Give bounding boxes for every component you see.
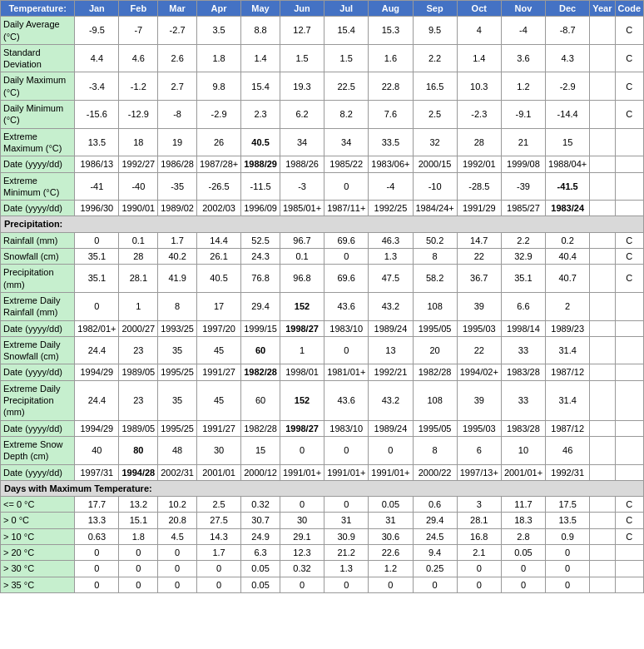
data-cell: 108	[413, 292, 457, 320]
data-cell: 15.3	[369, 17, 413, 45]
data-cell: 1990/01	[119, 201, 158, 216]
data-cell: C	[615, 513, 644, 528]
data-cell: 0	[501, 561, 545, 577]
table-row: Rainfall (mm)00.11.714.452.596.769.646.3…	[1, 232, 644, 248]
data-cell: 76.8	[241, 265, 280, 293]
data-cell: 3.6	[501, 44, 545, 72]
data-cell	[590, 420, 615, 436]
data-cell: C	[615, 497, 644, 513]
data-cell: 1998/14	[501, 320, 545, 336]
data-cell: 1997/13+	[457, 464, 501, 480]
data-cell: 0.05	[501, 544, 545, 560]
data-cell: 48	[158, 436, 197, 464]
data-cell: 1994/29	[75, 364, 119, 380]
data-cell: 1982/28	[241, 364, 280, 380]
data-cell: 17.5	[546, 497, 590, 513]
data-cell: 35.1	[75, 265, 119, 293]
data-cell: 50.2	[413, 232, 457, 248]
data-cell: -28.5	[457, 172, 501, 201]
data-cell	[615, 577, 644, 592]
data-cell: C	[615, 265, 644, 293]
data-cell: 1999/08	[501, 156, 545, 172]
data-cell: 23	[119, 336, 158, 364]
data-cell: 1995/03	[457, 320, 501, 336]
data-cell: 8	[158, 292, 197, 320]
data-cell: -4	[501, 17, 545, 45]
data-cell: 1991/01+	[369, 464, 413, 480]
data-cell: 4.3	[546, 44, 590, 72]
data-cell: -14.4	[546, 101, 590, 129]
data-cell: 26	[196, 128, 240, 156]
table-row: Precipitation (mm)35.128.141.940.576.896…	[1, 265, 644, 293]
data-cell: 27.5	[196, 513, 240, 528]
data-cell: 1995/05	[413, 320, 457, 336]
data-cell: 24.3	[241, 249, 280, 265]
data-cell: 0	[75, 544, 119, 560]
data-cell: 46	[546, 436, 590, 464]
data-cell: 45	[196, 336, 240, 364]
table-row: <= 0 °C17.713.210.22.50.32000.050.6311.7…	[1, 497, 644, 513]
data-cell	[590, 72, 615, 101]
data-cell	[590, 577, 615, 592]
data-cell: 29.4	[241, 292, 280, 320]
data-cell: 1.3	[369, 249, 413, 265]
data-cell: 108	[413, 380, 457, 420]
col-header-jan: Jan	[75, 1, 119, 17]
data-cell	[615, 201, 644, 216]
data-cell: 1992/25	[369, 201, 413, 216]
data-cell: 69.6	[324, 232, 369, 248]
data-cell: 41.9	[158, 265, 197, 293]
data-cell: 31	[369, 513, 413, 528]
data-cell: 0	[280, 577, 324, 592]
data-cell: 0	[324, 436, 369, 464]
data-cell: -26.5	[196, 172, 240, 201]
data-cell	[590, 513, 615, 528]
table-row: > 30 °C00000.050.321.31.20.25000	[1, 561, 644, 577]
row-label: > 10 °C	[1, 528, 75, 544]
data-cell: 2.2	[413, 44, 457, 72]
data-cell: 0	[119, 544, 158, 560]
data-cell: 39	[457, 380, 501, 420]
data-cell: 22.5	[324, 72, 369, 101]
table-row: Extreme Daily Rainfall (mm)0181729.41524…	[1, 292, 644, 320]
section-header: Precipitation:	[1, 216, 644, 232]
table-row: Date (yyyy/dd)1994/291989/051995/251991/…	[1, 420, 644, 436]
data-cell: 1992/31	[546, 464, 590, 480]
data-cell: 1995/03	[457, 420, 501, 436]
data-cell: 2.5	[196, 497, 240, 513]
row-label: > 20 °C	[1, 544, 75, 560]
data-cell: 2000/15	[413, 156, 457, 172]
table-row: Date (yyyy/dd)1997/311994/282002/312001/…	[1, 464, 644, 480]
data-cell: 1995/25	[158, 364, 197, 380]
data-cell: 0	[324, 249, 369, 265]
data-cell: -4	[369, 172, 413, 201]
data-cell: -2.3	[457, 101, 501, 129]
data-cell: 40.4	[546, 249, 590, 265]
data-cell: 1992/01	[457, 156, 501, 172]
data-cell: 1991/01+	[324, 464, 369, 480]
data-cell: 32	[413, 128, 457, 156]
data-cell: 0	[158, 561, 197, 577]
data-cell: 10	[501, 436, 545, 464]
table-row: Precipitation:	[1, 216, 644, 232]
data-cell: 29.4	[413, 513, 457, 528]
row-label: Extreme Snow Depth (cm)	[1, 436, 75, 464]
data-cell: 0	[158, 544, 197, 560]
data-cell: 22	[457, 249, 501, 265]
data-cell: 30	[280, 513, 324, 528]
data-cell: 1989/23	[546, 320, 590, 336]
data-cell: 1991/01+	[280, 464, 324, 480]
data-cell: 0.6	[413, 497, 457, 513]
data-cell: 35	[158, 336, 197, 364]
data-cell: 35.1	[501, 265, 545, 293]
data-cell: 1995/25	[158, 420, 197, 436]
data-cell: 60	[241, 380, 280, 420]
data-cell: 1992/21	[369, 364, 413, 380]
table-row: Extreme Minimum (°C)-41-40-35-26.5-11.5-…	[1, 172, 644, 201]
data-cell: 2002/31	[158, 464, 197, 480]
data-cell	[590, 44, 615, 72]
data-cell: 13	[369, 336, 413, 364]
data-cell: 1991/27	[196, 420, 240, 436]
data-cell: 2.1	[457, 544, 501, 560]
data-cell: 0	[457, 577, 501, 592]
